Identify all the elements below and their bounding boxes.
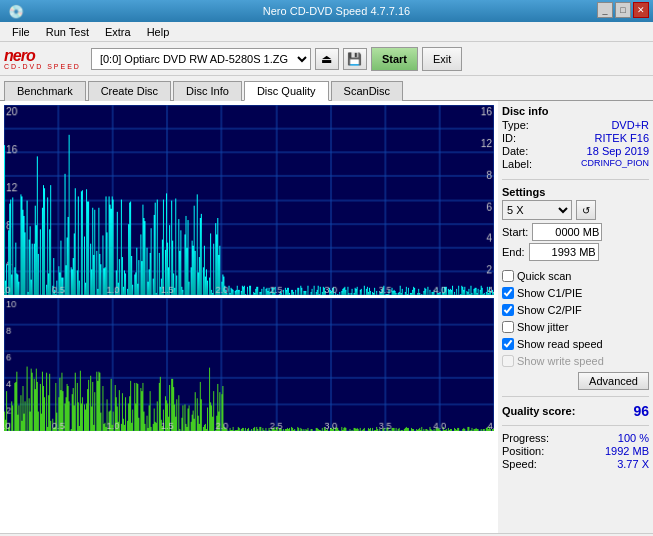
- position-value: 1992 MB: [605, 445, 649, 457]
- show-c2-checkbox[interactable]: [502, 304, 514, 316]
- date-label: Date:: [502, 145, 528, 157]
- disc-label-label: Label:: [502, 158, 532, 170]
- quality-label: Quality score:: [502, 405, 575, 417]
- tab-bar: Benchmark Create Disc Disc Info Disc Qua…: [0, 76, 653, 101]
- refresh-button[interactable]: ↺: [576, 200, 596, 220]
- position-row: Position: 1992 MB: [502, 445, 649, 457]
- tab-create-disc[interactable]: Create Disc: [88, 81, 171, 101]
- toolbar: nero CD-DVD SPEED [0:0] Optiarc DVD RW A…: [0, 42, 653, 76]
- right-panel: Disc info Type: DVD+R ID: RITEK F16 Date…: [498, 101, 653, 533]
- tab-disc-info[interactable]: Disc Info: [173, 81, 242, 101]
- start-input[interactable]: [532, 223, 602, 241]
- show-read-speed-row: Show read speed: [502, 338, 649, 350]
- tab-disc-quality[interactable]: Disc Quality: [244, 81, 329, 101]
- quality-score-row: Quality score: 96: [502, 403, 649, 419]
- progress-value: 100 %: [618, 432, 649, 444]
- speed-selector[interactable]: 5 X: [502, 200, 572, 220]
- end-mb-row: End:: [502, 243, 649, 261]
- show-c1-checkbox[interactable]: [502, 287, 514, 299]
- quick-scan-label: Quick scan: [517, 270, 571, 282]
- start-button[interactable]: Start: [371, 47, 418, 71]
- speed-row-2: Speed: 3.77 X: [502, 458, 649, 470]
- type-value: DVD+R: [611, 119, 649, 131]
- speed-row: 5 X ↺: [502, 200, 649, 220]
- speed-label: Speed:: [502, 458, 537, 470]
- start-mb-row: Start:: [502, 223, 649, 241]
- menu-help[interactable]: Help: [139, 24, 178, 40]
- tab-benchmark[interactable]: Benchmark: [4, 81, 86, 101]
- menu-bar: File Run Test Extra Help: [0, 22, 653, 42]
- disc-label-value: CDRINFO_PION: [581, 158, 649, 170]
- settings-title: Settings: [502, 186, 649, 198]
- disc-label-row: Label: CDRINFO_PION: [502, 158, 649, 170]
- progress-label: Progress:: [502, 432, 549, 444]
- disc-info-title: Disc info: [502, 105, 649, 117]
- nero-subtitle: CD-DVD SPEED: [4, 63, 81, 70]
- quality-value: 96: [633, 403, 649, 419]
- close-button[interactable]: ✕: [633, 2, 649, 18]
- pi-failures-chart: [4, 298, 494, 431]
- show-read-speed-label: Show read speed: [517, 338, 603, 350]
- drive-selector[interactable]: [0:0] Optiarc DVD RW AD-5280S 1.ZG: [91, 48, 311, 70]
- minimize-button[interactable]: _: [597, 2, 613, 18]
- show-write-speed-row: Show write speed: [502, 355, 649, 367]
- nero-logo: nero: [4, 48, 81, 64]
- window-controls: _ □ ✕: [597, 2, 649, 18]
- window-title: Nero CD-DVD Speed 4.7.7.16: [28, 5, 645, 17]
- disc-info-section: Disc info Type: DVD+R ID: RITEK F16 Date…: [502, 105, 649, 171]
- app-icon: 💿: [8, 4, 24, 19]
- menu-extra[interactable]: Extra: [97, 24, 139, 40]
- disc-date-row: Date: 18 Sep 2019: [502, 145, 649, 157]
- divider-3: [502, 425, 649, 426]
- maximize-button[interactable]: □: [615, 2, 631, 18]
- advanced-button[interactable]: Advanced: [578, 372, 649, 390]
- id-label: ID:: [502, 132, 516, 144]
- title-bar: 💿 Nero CD-DVD Speed 4.7.7.16 _ □ ✕: [0, 0, 653, 22]
- show-jitter-row: Show jitter: [502, 321, 649, 333]
- show-write-speed-checkbox[interactable]: [502, 355, 514, 367]
- save-button[interactable]: 💾: [343, 48, 367, 70]
- disc-type-row: Type: DVD+R: [502, 119, 649, 131]
- progress-row: Progress: 100 %: [502, 432, 649, 444]
- settings-section: Settings 5 X ↺ Start: End:: [502, 186, 649, 264]
- show-c1-row: Show C1/PIE: [502, 287, 649, 299]
- show-c2-label: Show C2/PIF: [517, 304, 582, 316]
- start-label: Start:: [502, 226, 528, 238]
- speed-value: 3.77 X: [617, 458, 649, 470]
- show-c2-row: Show C2/PIF: [502, 304, 649, 316]
- main-content: Disc info Type: DVD+R ID: RITEK F16 Date…: [0, 101, 653, 533]
- show-c1-label: Show C1/PIE: [517, 287, 582, 299]
- divider-1: [502, 179, 649, 180]
- eject-button[interactable]: ⏏: [315, 48, 339, 70]
- show-read-speed-checkbox[interactable]: [502, 338, 514, 350]
- tab-scandisc[interactable]: ScanDisc: [331, 81, 403, 101]
- position-label: Position:: [502, 445, 544, 457]
- date-value: 18 Sep 2019: [587, 145, 649, 157]
- end-label: End:: [502, 246, 525, 258]
- type-label: Type:: [502, 119, 529, 131]
- disc-id-row: ID: RITEK F16: [502, 132, 649, 144]
- divider-2: [502, 396, 649, 397]
- exit-button[interactable]: Exit: [422, 47, 462, 71]
- show-jitter-label: Show jitter: [517, 321, 568, 333]
- menu-file[interactable]: File: [4, 24, 38, 40]
- progress-section: Progress: 100 % Position: 1992 MB Speed:…: [502, 432, 649, 471]
- end-input[interactable]: [529, 243, 599, 261]
- quick-scan-row: Quick scan: [502, 270, 649, 282]
- quick-scan-checkbox[interactable]: [502, 270, 514, 282]
- pi-errors-chart: [4, 105, 494, 295]
- show-jitter-checkbox[interactable]: [502, 321, 514, 333]
- show-write-speed-label: Show write speed: [517, 355, 604, 367]
- id-value: RITEK F16: [595, 132, 649, 144]
- menu-run-test[interactable]: Run Test: [38, 24, 97, 40]
